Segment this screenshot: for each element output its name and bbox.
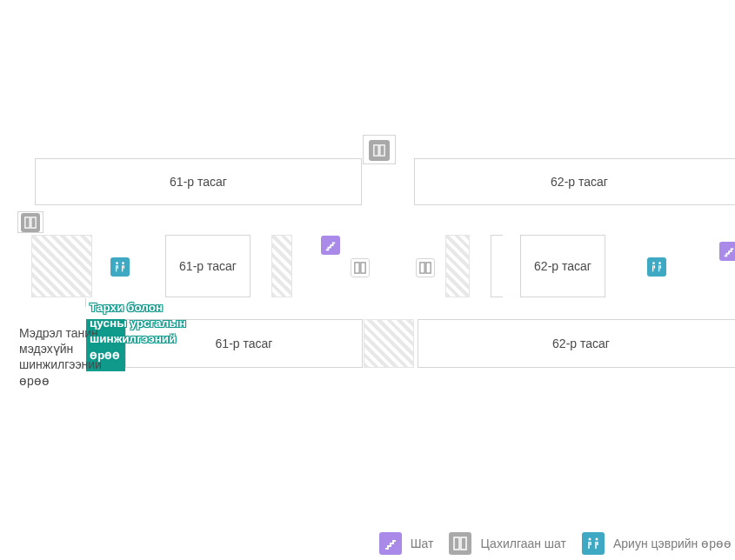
room-label: 62-р тасаг <box>551 175 608 189</box>
svg-rect-9 <box>426 263 431 273</box>
elevator-icon[interactable] <box>351 258 370 277</box>
hatched-area <box>445 235 470 297</box>
restroom-icon <box>582 532 605 555</box>
svg-point-5 <box>122 262 124 264</box>
floor-map[interactable]: 61-р тасаг 62-р тасаг 61-р тасаг 62-р та… <box>0 0 735 560</box>
elevator-icon[interactable] <box>369 140 390 161</box>
svg-rect-7 <box>361 263 365 273</box>
restroom-icon[interactable] <box>647 257 666 277</box>
legend-item-restroom: Ариун цэврийн өрөө <box>582 532 732 555</box>
ward-62-mid[interactable]: 62-р тасаг <box>520 235 605 297</box>
ward-61-mid[interactable]: 61-р тасаг <box>165 235 251 297</box>
door-frame <box>491 235 503 297</box>
tooltip-line: өрөө <box>90 348 186 363</box>
legend-item-elevator: Цахилгаан шат <box>449 532 566 555</box>
legend-label: Цахилгаан шат <box>480 537 566 550</box>
tooltip-line: шинжилгээний <box>90 331 186 347</box>
legend-item-stairs: Шат <box>379 532 434 555</box>
room-label: 61-р тасаг <box>170 175 227 189</box>
svg-rect-1 <box>380 145 384 156</box>
svg-rect-6 <box>355 263 359 273</box>
legend-label: Шат <box>411 537 434 550</box>
room-label: 62-р тасаг <box>552 337 610 350</box>
hatched-area <box>31 235 92 297</box>
legend-label: Ариун цэврийн өрөө <box>613 537 732 550</box>
svg-rect-2 <box>25 217 30 228</box>
room-label: 62-р тасаг <box>534 259 591 273</box>
connector <box>40 298 86 307</box>
svg-rect-13 <box>461 537 466 550</box>
stairs-icon <box>379 532 402 555</box>
hatched-area <box>271 235 292 297</box>
svg-point-11 <box>658 262 661 264</box>
svg-point-15 <box>596 538 598 541</box>
elevator-icon <box>449 532 471 555</box>
svg-rect-12 <box>454 537 459 550</box>
elevator-icon[interactable] <box>21 213 40 232</box>
tooltip-line: Тархи болон <box>90 300 186 316</box>
svg-point-4 <box>116 262 118 264</box>
ward-61-top[interactable]: 61-р тасаг <box>35 158 362 205</box>
svg-point-14 <box>589 538 591 541</box>
elevator-icon[interactable] <box>416 258 435 277</box>
room-label: 61-р тасаг <box>179 259 237 273</box>
legend: Шат Цахилгаан шат Ариун цэврийн өрөө <box>376 532 735 555</box>
ward-62-top[interactable]: 62-р тасаг <box>414 158 735 205</box>
stairs-icon[interactable] <box>719 242 735 261</box>
restroom-icon[interactable] <box>110 257 130 277</box>
hatched-area <box>364 319 414 368</box>
tooltip-line: цусны урсгалын <box>90 316 186 331</box>
room-label: 61-р тасаг <box>216 337 273 350</box>
svg-rect-8 <box>420 263 424 273</box>
svg-rect-3 <box>31 217 36 228</box>
svg-point-10 <box>652 262 655 264</box>
stairs-icon[interactable] <box>321 236 340 255</box>
svg-rect-0 <box>374 145 378 156</box>
ward-62-bot[interactable]: 62-р тасаг <box>418 319 735 368</box>
room-tooltip: Тархи болон цусны урсгалын шинжилгээний … <box>90 300 186 363</box>
